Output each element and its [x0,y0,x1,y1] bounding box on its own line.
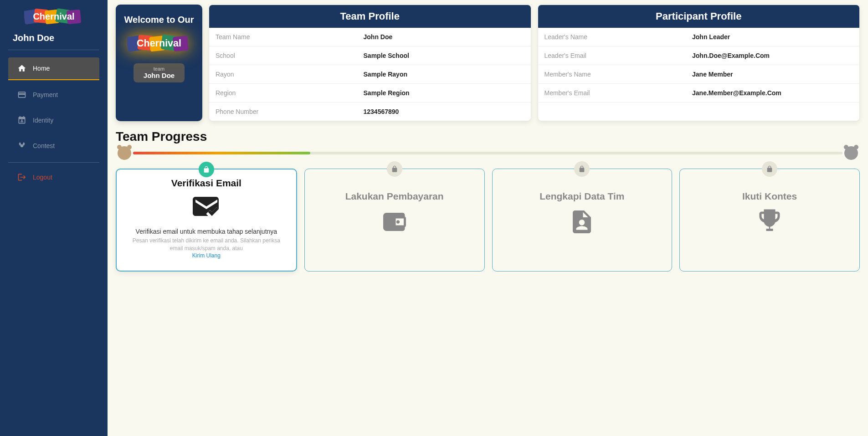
step-card-verify-email: Verifikasi Email Verifikasi email untuk … [116,169,297,272]
team-profile-card: Team Profile Team NameJohn Doe SchoolSam… [209,5,531,121]
medal-icon [17,141,26,150]
sidebar-item-label: Logout [33,174,52,181]
sidebar-item-label: Payment [33,91,58,98]
unlock-badge [199,162,214,177]
lock-badge [762,161,777,177]
trophy-icon [753,208,786,236]
table-row [538,103,860,121]
sidebar-item-contest[interactable]: Contest [8,135,99,157]
participant-profile-card: Participant Profile Leader's NameJohn Le… [538,5,860,121]
sidebar-item-label: Identity [33,117,53,124]
table-row: Member's EmailJane.Member@Example.Com [538,84,860,103]
lock-badge [387,161,402,177]
payment-icon [17,90,26,99]
welcome-card: Welcome to Our Chernival team John Doe [116,5,202,121]
card-header: Participant Profile [538,5,860,28]
lock-icon [766,165,773,173]
home-icon [17,64,26,73]
welcome-brand-logo: Chernival [127,30,191,57]
table-row: RegionSample Region [209,84,531,103]
lock-icon [578,165,586,173]
welcome-title: Welcome to Our [121,15,197,25]
svg-text:Chernival: Chernival [33,11,74,21]
step-card-team-data: Lengkapi Data Tim [492,169,673,272]
participant-profile-table: Leader's NameJohn Leader Leader's EmailJ… [538,28,860,121]
table-row: Leader's NameJohn Leader [538,28,860,46]
progress-steps: Verifikasi Email Verifikasi email untuk … [116,169,860,272]
main-content: Welcome to Our Chernival team John Doe T… [108,0,868,436]
progress-title: Team Progress [116,129,860,144]
profile-doc-icon [565,208,598,236]
divider [8,50,99,50]
sidebar-item-home[interactable]: Home [8,57,99,80]
team-badge: team John Doe [134,63,185,82]
mascot-start-icon [118,146,131,160]
progress-fill [133,152,310,154]
table-row: RayonSample Rayon [209,65,531,84]
step-title: Ikuti Kontes [689,191,850,202]
divider [8,162,99,163]
step-description: Verifikasi email untuk membuka tahap sel… [126,228,287,235]
table-row: Member's NameJane Member [538,65,860,84]
mascot-end-icon [844,146,858,160]
sidebar-item-logout[interactable]: Logout [8,166,99,188]
lock-icon [391,165,398,173]
logout-icon [17,173,26,182]
sidebar-item-label: Home [33,65,50,72]
resend-link[interactable]: Kirim Ulang [126,252,287,259]
wallet-icon [378,208,411,236]
identity-icon [17,116,26,125]
brand-logo: Chernival [24,7,83,26]
sidebar-item-label: Contest [33,142,55,149]
table-row: Team NameJohn Doe [209,28,531,46]
lock-badge [574,161,590,177]
table-row: Leader's EmailJohn.Doe@Example.Com [538,46,860,65]
step-title: Lengkapi Data Tim [502,191,663,202]
sidebar-item-identity[interactable]: Identity [8,109,99,131]
sidebar-item-payment[interactable]: Payment [8,84,99,106]
step-card-contest: Ikuti Kontes [679,169,860,272]
email-check-icon [190,194,223,221]
svg-text:Chernival: Chernival [137,38,181,49]
unlock-icon [203,166,210,173]
step-title: Lakukan Pembayaran [314,191,475,202]
progress-bar [118,146,858,160]
sidebar-username: John Doe [0,30,108,48]
step-card-payment: Lakukan Pembayaran [304,169,485,272]
table-row: Phone Number1234567890 [209,103,531,121]
card-header: Team Profile [209,5,531,28]
table-row: SchoolSample School [209,46,531,65]
team-profile-table: Team NameJohn Doe SchoolSample School Ra… [209,28,531,121]
team-badge-label: team [144,66,175,72]
progress-track [133,152,842,154]
team-badge-name: John Doe [144,72,175,79]
step-title: Verifikasi Email [126,178,287,189]
step-subtext: Pesan verifikasi telah dikirim ke email … [126,237,287,252]
sidebar: Chernival John Doe Home Payment Identity… [0,0,108,436]
